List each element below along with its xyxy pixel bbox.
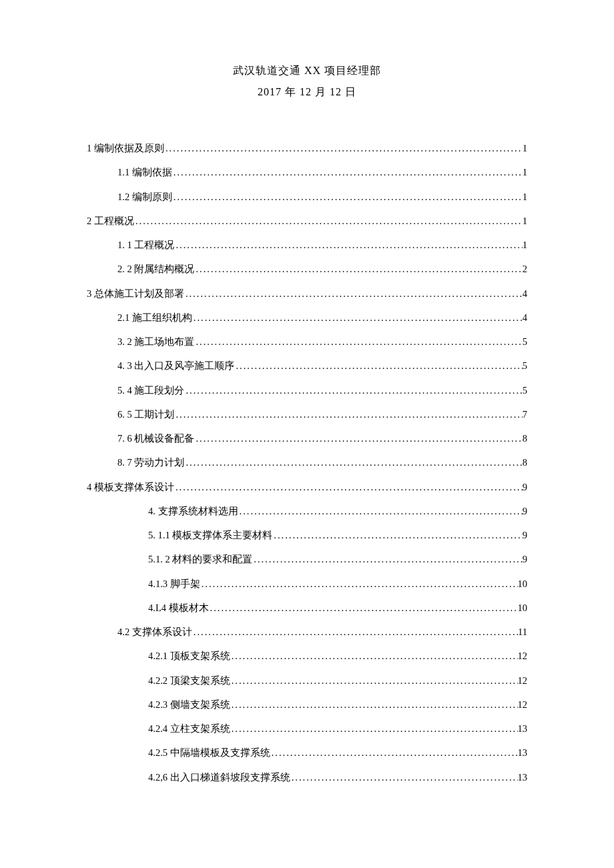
toc-entry: 4.2.4 立柱支架系统13 bbox=[87, 717, 527, 741]
toc-entry: 4.2.1 顶板支架系统12 bbox=[87, 644, 527, 668]
toc-label: 4.2.5 中隔墙模板及支撑系统 bbox=[148, 741, 270, 765]
toc-label: 4.2.4 立柱支架系统 bbox=[148, 717, 230, 741]
toc-page-number: 1 bbox=[523, 233, 527, 257]
toc-dots bbox=[230, 693, 518, 717]
toc-label: 2.1 施工组织机构 bbox=[117, 306, 192, 330]
toc-label: 4 模板支撑体系设计 bbox=[87, 475, 174, 499]
toc-label: 4.2,6 出入口梯道斜坡段支撑系统 bbox=[148, 765, 290, 789]
document-header: 武汉轨道交通 XX 项目经理部 2017 年 12 月 12 日 bbox=[87, 60, 527, 103]
toc-page-number: 11 bbox=[518, 620, 527, 644]
toc-page-number: 2 bbox=[523, 257, 527, 281]
toc-label: 1.2 编制原则 bbox=[117, 185, 172, 209]
toc-dots bbox=[290, 765, 518, 789]
toc-page-number: 12 bbox=[518, 644, 528, 668]
toc-dots bbox=[230, 644, 518, 668]
toc-dots bbox=[174, 402, 522, 426]
toc-page-number: 1 bbox=[523, 136, 527, 160]
toc-dots bbox=[194, 426, 522, 450]
toc-label: 5. 1.1 模板支撑体系主要材料 bbox=[148, 523, 272, 547]
toc-label: 1.1 编制依据 bbox=[117, 160, 172, 184]
toc-page-number: 5 bbox=[523, 378, 527, 402]
toc-dots bbox=[200, 572, 518, 596]
toc-entry: 2 工程概况1 bbox=[87, 209, 527, 233]
toc-page-number: 4 bbox=[523, 282, 527, 306]
toc-entry: 4.2.2 顶梁支架系统12 bbox=[87, 669, 527, 693]
toc-dots bbox=[184, 282, 523, 306]
toc-entry: 1. 1 工程概况1 bbox=[87, 233, 527, 257]
toc-entry: 5. 1.1 模板支撑体系主要材料9 bbox=[87, 523, 527, 547]
toc-label: 5.1. 2 材料的要求和配置 bbox=[148, 547, 252, 571]
toc-label: 4.L4 模板材木 bbox=[148, 596, 209, 620]
toc-dots bbox=[234, 354, 522, 378]
toc-page-number: 4 bbox=[523, 306, 527, 330]
toc-page-number: 5 bbox=[523, 354, 527, 378]
toc-dots bbox=[192, 306, 523, 330]
toc-page-number: 13 bbox=[518, 741, 528, 765]
toc-dots bbox=[184, 378, 522, 402]
toc-label: 4.2.1 顶板支架系统 bbox=[148, 644, 230, 668]
toc-dots bbox=[164, 136, 523, 160]
toc-entry: 4.2,6 出入口梯道斜坡段支撑系统13 bbox=[87, 765, 527, 789]
toc-label: 4.2.3 侧墙支架系统 bbox=[148, 693, 230, 717]
toc-page-number: 1 bbox=[523, 160, 527, 184]
toc-entry: 4.2 支撑体系设计11 bbox=[87, 620, 527, 644]
toc-dots bbox=[272, 523, 523, 547]
toc-label: 1 编制依据及原则 bbox=[87, 136, 164, 160]
toc-page-number: 13 bbox=[518, 765, 528, 789]
toc-entry: 5. 4 施工段划分5 bbox=[87, 378, 527, 402]
toc-dots bbox=[230, 717, 518, 741]
toc-dots bbox=[209, 596, 518, 620]
header-date: 2017 年 12 月 12 日 bbox=[87, 81, 527, 103]
toc-entry: 4. 3 出入口及风亭施工顺序5 bbox=[87, 354, 527, 378]
toc-entry: 3 总体施工计划及部署4 bbox=[87, 282, 527, 306]
toc-page-number: 9 bbox=[523, 499, 527, 523]
toc-page-number: 12 bbox=[518, 693, 528, 717]
toc-entry: 4 模板支撑体系设计9 bbox=[87, 475, 527, 499]
toc-entry: 2. 2 附属结构概况2 bbox=[87, 257, 527, 281]
toc-dots bbox=[230, 669, 518, 693]
toc-page-number: 5 bbox=[523, 330, 527, 354]
header-title: 武汉轨道交通 XX 项目经理部 bbox=[87, 60, 527, 81]
toc-dots bbox=[172, 160, 523, 184]
toc-entry: 3. 2 施工场地布置5 bbox=[87, 330, 527, 354]
toc-label: 4.2.2 顶梁支架系统 bbox=[148, 669, 230, 693]
toc-dots bbox=[184, 450, 522, 474]
toc-page-number: 1 bbox=[523, 209, 527, 233]
toc-label: 6. 5 工期计划 bbox=[117, 402, 174, 426]
toc-entry: 8. 7 劳动力计划8 bbox=[87, 450, 527, 474]
toc-page-number: 9 bbox=[523, 547, 527, 571]
toc-entry: 2.1 施工组织机构4 bbox=[87, 306, 527, 330]
toc-dots bbox=[194, 257, 522, 281]
toc-page-number: 8 bbox=[523, 450, 527, 474]
toc-label: 7. 6 机械设备配备 bbox=[117, 426, 194, 450]
toc-page-number: 7 bbox=[523, 402, 527, 426]
toc-page-number: 12 bbox=[518, 669, 528, 693]
toc-label: 2. 2 附属结构概况 bbox=[117, 257, 194, 281]
toc-label: 4.2 支撑体系设计 bbox=[117, 620, 192, 644]
toc-dots bbox=[270, 741, 518, 765]
toc-entry: 7. 6 机械设备配备8 bbox=[87, 426, 527, 450]
toc-dots bbox=[172, 185, 523, 209]
toc-page-number: 1 bbox=[523, 185, 527, 209]
toc-page-number: 9 bbox=[523, 475, 527, 499]
toc-label: 1. 1 工程概况 bbox=[117, 233, 174, 257]
toc-entry: 4.2.3 侧墙支架系统12 bbox=[87, 693, 527, 717]
toc-page-number: 9 bbox=[523, 523, 527, 547]
toc-label: 3 总体施工计划及部署 bbox=[87, 282, 184, 306]
table-of-contents: 1 编制依据及原则11.1 编制依据11.2 编制原则12 工程概况11. 1 … bbox=[87, 136, 527, 789]
toc-dots bbox=[134, 209, 523, 233]
toc-entry: 4. 支撑系统材料选用9 bbox=[87, 499, 527, 523]
toc-entry: 1 编制依据及原则1 bbox=[87, 136, 527, 160]
toc-entry: 4.1.3 脚手架10 bbox=[87, 572, 527, 596]
toc-entry: 6. 5 工期计划7 bbox=[87, 402, 527, 426]
toc-dots bbox=[174, 475, 523, 499]
toc-dots bbox=[238, 499, 523, 523]
toc-label: 5. 4 施工段划分 bbox=[117, 378, 184, 402]
toc-page-number: 10 bbox=[518, 596, 528, 620]
toc-dots bbox=[252, 547, 523, 571]
toc-label: 3. 2 施工场地布置 bbox=[117, 330, 194, 354]
toc-page-number: 8 bbox=[523, 426, 527, 450]
toc-page-number: 10 bbox=[518, 572, 528, 596]
toc-entry: 4.2.5 中隔墙模板及支撑系统13 bbox=[87, 741, 527, 765]
toc-page-number: 13 bbox=[518, 717, 528, 741]
